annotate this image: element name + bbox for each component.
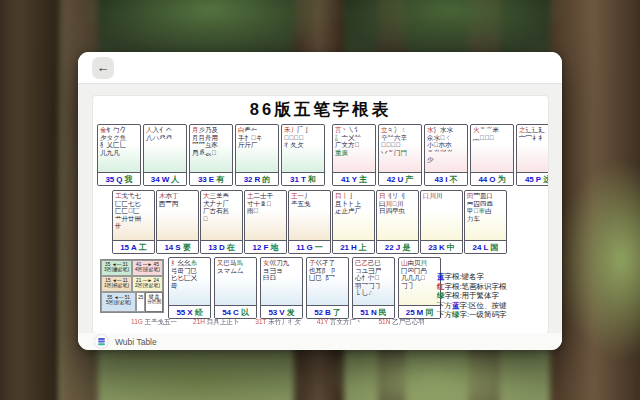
zone4-legend: 41 —► 454区(捺起笔) [132,260,163,276]
foliage [90,345,310,400]
note-item: 41Y 言文方广丶 [317,318,363,327]
key-cell-T: 禾丿𠂆亅𥝌𠂉竹⺮彳夂攵31T和 [281,124,325,186]
window-footer: Wubi Table [78,333,562,350]
key-label: 43I不 [425,172,467,185]
root-characters: 日刂リ刂曰川𡿧川日四早虫 [377,191,418,240]
key-label: 22J是 [377,240,418,253]
key-cell-G: 王一丿龶五戋11G一 [288,190,331,254]
key-cell-A: 工戈弋七匸匚七匕匚匚𠥓匸艹廾廿卌卄15A工 [112,190,155,254]
legend-line: 下方蓝字:区位、按键 [437,301,507,311]
key-cell-O: 火⺌⺍米灬𤆄𡭴𤉣44O为 [470,124,514,186]
key-cell-E: 月彡乃及⺼⺝舟用爫⺤彑豕㐆𠂢𧘇𧰨33E有 [189,124,233,186]
key-cell-Q: 金钅勹𠂊夕タク鱼犭乂匚𠃊儿九凡35Q我 [97,124,141,186]
root-characters: 白龵𠂉手扌𢪛キ斤斤厂 [236,125,278,172]
keyboard-zone-diagram: 35 ◄— 313区(撇起笔)41 —► 454区(捺起笔) 15 ◄— 111… [100,259,164,313]
key-label: 45P这 [517,172,548,185]
key-label: 41Y主 [333,172,375,185]
key-label: 11G一 [289,240,330,253]
key-label: 33E有 [190,172,232,185]
key-label: 25M同 [399,305,440,318]
diagram-caption: 键 盘 分区图 [145,292,163,312]
note-item: 51N 乙尸己心羽 [379,318,425,327]
legend-line: 蓝字根:键名字 [437,272,507,282]
key-label: 35Q我 [98,172,140,185]
app-window: ← 86版五笔字根表 金钅勹𠂊夕タク鱼犭乂匚𠃊儿九凡35Q我人入亻𠆢八ハ癶癶34… [78,52,562,350]
tree-trunk [0,0,60,400]
key-cell-H: 目丨亅且卜⺊上龰止虍⺁21H上 [332,190,375,254]
root-characters: 月彡乃及⺼⺝舟用爫⺤彑豕㐆𠂢𧘇𧰨 [190,125,232,172]
root-characters: 禾丿𠂆亅𥝌𠂉竹⺮彳夂攵 [282,125,324,172]
key-cell-C: 又巴马馬スマム厶54C以 [214,257,257,319]
desktop-wallpaper: ← 86版五笔字根表 金钅勹𠂊夕タク鱼犭乂匚𠃊儿九凡35Q我人入亻𠆢八ハ癶癶34… [0,0,640,400]
chart-title: 86版五笔字根表 [93,99,548,121]
wubi-chart-card: 86版五笔字根表 金钅勹𠂊夕タク鱼犭乂匚𠃊儿九凡35Q我人入亻𠆢八ハ癶癶34W人… [93,96,548,333]
key-cell-X: 纟幺幺糸弓毌𠃌㔾匕匕匸㐅毌55X经 [168,257,211,319]
zone5-legend: 55 ◄— 515区(折起笔) [101,292,136,312]
root-characters: 水氵水氺氽氺𠔌ㄑ小𡭔朩朩⺌⺍𭕄⺍少 [425,125,467,172]
zone3-legend: 35 ◄— 313区(撇起笔) [101,260,132,276]
root-characters: 王一丿龶五戋 [289,191,330,240]
key-label: 21H上 [333,240,374,253]
key-cell-M: 山由贝貝冂𠔿冂冎几几几𠘧𠃌㇆25M同 [398,257,441,319]
key-cell-Y: 言丶㇏讠訁亠㐅䒑广文方𪞶重廣41Y主 [332,124,376,186]
key-label: 15A工 [113,240,154,253]
key-row-middle: 工戈弋七匸匚七匕匚匚𠥓匸艹廾廿卌卄15A工木朩丁西覀丙14S要大三𦍌𡗗犬𠂇ナ𠂆厂… [112,190,507,254]
root-characters: 口川川 [421,191,462,240]
key-cell-F: 土二士干寸十𠦝𢆍雨𠕒12F地 [244,190,287,254]
key-label: 53V发 [261,305,302,318]
key-cell-P: 之辶⻌廴宀冖礻衤45P这 [516,124,548,186]
root-characters: 金钅勹𠂊夕タク鱼犭乂匚𠃊儿九凡 [98,125,140,172]
root-characters: 纟幺幺糸弓毌𠃌㔾匕匕匸㐅毌 [169,258,210,305]
root-characters: 女巛刀九ヨ彐ヨ臼𦥑 [261,258,302,305]
key-cell-W: 人入亻𠆢八ハ癶癶34W人 [143,124,187,186]
key-label: 52B了 [307,305,348,318]
root-characters: 工戈弋七匸匚七匕匚匚𠥓匸艹廾廿卌卄 [113,191,154,240]
key-cell-S: 木朩丁西覀丙14S要 [156,190,199,254]
zone1-legend: 15 ◄— 111区(横起笔) [101,276,132,292]
key-label: 44O为 [471,172,513,185]
key-cell-N: 已乙己巳コユ⺕尸心忄㣺𡰣羽乛𠃌㇆𠄌乚ㄥ51N民 [352,257,395,319]
root-characters: 火⺌⺍米灬𤆄𡭴𤉣 [471,125,513,172]
key-label: 55X经 [169,305,210,318]
key-label: 13D在 [201,240,242,253]
root-characters: 木朩丁西覀丙 [157,191,198,240]
key-label: 14S要 [157,240,198,253]
legend-line: 红字根:笔画标识字根 [437,282,507,292]
key-label: 31T和 [282,172,324,185]
root-characters: 又巴马馬スマム厶 [215,258,256,305]
key-cell-K: 口川川23K中 [420,190,463,254]
key-cell-B: 子巜孑了也耳阝卩凵㔾⻏乛52B了 [306,257,349,319]
root-characters: 人入亻𠆢八ハ癶癶 [144,125,186,172]
key-label: 32R的 [236,172,278,185]
legend-line: 绿字根:用于繁体字 [437,291,507,301]
root-characters: 言丶㇏讠訁亠㐅䒑广文方𪞶重廣 [333,125,375,172]
root-characters: 目丨亅且卜⺊上龰止虍⺁ [333,191,374,240]
key-label: 51N民 [353,305,394,318]
key-row-top: 金钅勹𠂊夕タク鱼犭乂匚𠃊儿九凡35Q我人入亻𠆢八ハ癶癶34W人月彡乃及⺼⺝舟用爫… [97,124,548,186]
key-cell-R: 白龵𠂉手扌𢪛キ斤斤厂32R的 [235,124,279,186]
window-header: ← [78,52,562,84]
root-characters: 土二士干寸十𠦝𢆍雨𠕒 [245,191,286,240]
note-item: 21H 目具上止卜 [193,318,239,327]
key-cell-J: 日刂リ刂曰川𡿧川日四早虫22J是 [376,190,419,254]
key-cell-D: 大三𦍌𡗗犬𠂇ナ𠂆厂古石镸𦣞13D在 [200,190,243,254]
app-name-label: Wubi Table [115,337,157,347]
zone-corner-25: 25 [136,292,145,312]
root-characters: 田罒皿口𦉰囜四西甲𤰔車甴力车 [465,191,506,240]
back-button[interactable]: ← [92,57,114,79]
zone2-legend: 21 —► 242区(竖起笔) [132,276,163,292]
key-label: 24L国 [465,240,506,253]
key-label: 23K中 [421,240,462,253]
root-characters: 已乙己巳コユ⺕尸心忄㣺𡰣羽乛𠃌㇆𠄌乚ㄥ [353,258,394,305]
key-label: 12F地 [245,240,286,253]
clipped-notes-line: 11G 王龶戋五一21H 目具上止卜31T 禾竹丿彳攵41Y 言文方广丶51N … [131,318,542,327]
root-characters: 子巜孑了也耳阝卩凵㔾⻏乛 [307,258,348,305]
note-item: 31T 禾竹丿彳攵 [255,318,300,327]
root-characters: 立⺀冫ㄑ䇂䒑六辛𢆉疒丬⺦丷⺌门門 [379,125,421,172]
key-label: 34W人 [144,172,186,185]
root-characters: 山由贝貝冂𠔿冂冎几几几𠘧𠃌㇆ [399,258,440,305]
key-cell-I: 水氵水氺氽氺𠔌ㄑ小𡭔朩朩⺌⺍𭕄⺍少43I不 [424,124,468,186]
foliage [330,0,570,55]
color-legend: 蓝字根:键名字红字根:笔画标识字根绿字根:用于繁体字下方蓝字:区位、按键下方绿字… [437,272,507,320]
wubi-app-icon [95,335,108,348]
